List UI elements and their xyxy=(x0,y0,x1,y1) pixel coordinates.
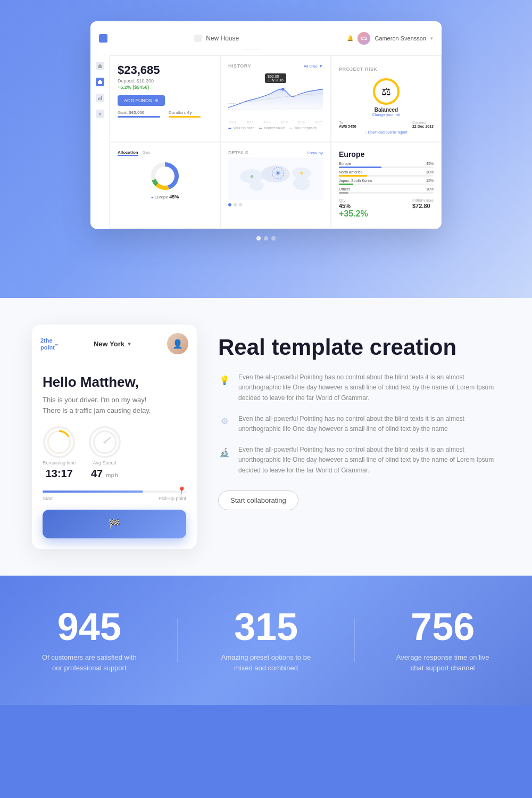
region-europe: Europe 45% xyxy=(339,162,434,168)
balance-change: +5.2% ($5456) xyxy=(118,85,212,90)
content-grid: $23,685 Deposit: $10,200 +5.2% ($5456) A… xyxy=(110,55,442,229)
svg-rect-0 xyxy=(98,66,102,68)
feature-text-3: Even the all-powerful Pointing has no co… xyxy=(238,445,500,476)
start-collaborating-button[interactable]: Start collaborating xyxy=(218,491,298,510)
progress-fill xyxy=(43,491,143,493)
svg-point-28 xyxy=(103,440,106,443)
chart-tooltip: $62.00 July 2016 xyxy=(265,73,286,83)
svg-rect-2 xyxy=(98,81,102,84)
house-icon xyxy=(194,35,202,42)
main-content: $23,685 Deposit: $10,200 +5.2% ($5456) A… xyxy=(110,55,442,229)
template-title: Real template creation xyxy=(218,335,500,360)
europe-stats: Qty 45% Initial value $72.80 xyxy=(339,198,434,209)
lightbulb-icon: 💡 xyxy=(218,373,231,386)
sidebar xyxy=(90,55,110,229)
risk-circle: ⚖ xyxy=(373,78,400,105)
risk-to: To AW$ 5456 xyxy=(339,121,356,128)
speed-gauge xyxy=(89,426,121,458)
stat-number-1: 945 xyxy=(41,608,137,646)
brand-logo: 2thepoint™ xyxy=(40,337,59,351)
time-gauge xyxy=(43,426,75,458)
stat-divider-2 xyxy=(354,619,355,662)
feature-item-2: ⚙ Even the all-powerful Pointing has no … xyxy=(218,414,500,434)
carousel-dot-1[interactable] xyxy=(256,236,261,240)
project-name: New House xyxy=(206,35,239,42)
location-badge[interactable]: New York ▼ xyxy=(94,340,132,348)
goal-bar xyxy=(118,116,160,118)
user-area: 🔔 CS Cameron Svensson ▾ xyxy=(347,32,433,45)
history-title: HISTORY xyxy=(228,63,251,69)
details-title: DETAILS xyxy=(228,150,248,155)
stat-number-2: 315 xyxy=(218,608,314,646)
donut-chart xyxy=(149,160,181,192)
sidebar-chart[interactable] xyxy=(96,94,104,102)
feature-list: 💡 Even the all-powerful Pointing has no … xyxy=(218,372,500,476)
progress-track: 📍 xyxy=(43,491,186,493)
driver-avatar: 👤 xyxy=(167,333,188,354)
greeting-message: This is your driver. I'm on my way!There… xyxy=(43,395,186,415)
svg-point-6 xyxy=(99,113,101,115)
stat-item-1: 945 Of customers are satisfied with our … xyxy=(41,608,137,673)
dashboard-section: New House 🔔 CS Cameron Svensson ▾ xyxy=(0,0,532,298)
template-info: Real template creation 💡 Even the all-po… xyxy=(218,325,500,510)
dashboard-title-area: New House xyxy=(194,27,260,49)
tab-allocation[interactable]: Allocation xyxy=(118,150,138,156)
show-by[interactable]: Show by xyxy=(306,151,323,155)
stat-item-2: 315 Amazing preset options to be mixed a… xyxy=(218,608,314,673)
speed-gauge-svg xyxy=(91,426,119,458)
svg-rect-5 xyxy=(101,96,102,100)
region-japan: Japan, South Korea 15% xyxy=(339,179,434,185)
carousel-dot-3[interactable] xyxy=(271,236,276,240)
driver-card: 2thepoint™ New York ▼ 👤 Hello Matthew, T… xyxy=(32,325,197,549)
chart-legend: Your balance Market value Your deposits xyxy=(228,126,323,130)
risk-title: PROJECT RISK xyxy=(339,66,378,72)
download-report-link[interactable]: ↓ Download overall report xyxy=(339,130,434,134)
location-text: New York xyxy=(94,340,124,348)
balance-widget: $23,685 Deposit: $10,200 +5.2% ($5456) A… xyxy=(110,55,220,142)
dashboard-card: New House 🔔 CS Cameron Svensson ▾ xyxy=(90,21,442,229)
duration-item: Duration: 4y xyxy=(169,110,201,118)
carousel-dot-2[interactable] xyxy=(264,236,268,240)
add-funds-button[interactable]: ADD FUNDS ⊕ xyxy=(118,95,165,106)
balance-deposit: Deposit: $10,200 xyxy=(118,78,212,84)
time-badge[interactable]: All time ▼ xyxy=(304,64,323,69)
donut-svg xyxy=(149,160,181,192)
svg-point-23 xyxy=(251,175,253,178)
action-button[interactable]: 🏁 xyxy=(43,510,186,538)
user-avatar: CS xyxy=(358,32,370,45)
svg-rect-4 xyxy=(99,97,101,100)
alloc-region: ● Europe 45% xyxy=(118,194,212,200)
speed-value: 47 mph xyxy=(91,468,118,480)
svg-point-21 xyxy=(277,172,279,174)
speed-label: Avg Speed xyxy=(93,460,117,466)
details-widget: DETAILS Show by xyxy=(220,142,331,229)
location-chevron: ▼ xyxy=(127,341,132,347)
bell-icon: 🔔 xyxy=(347,35,353,41)
sidebar-home[interactable] xyxy=(96,62,104,70)
features-section: 2thepoint™ New York ▼ 👤 Hello Matthew, T… xyxy=(0,298,532,576)
duration-bar xyxy=(169,116,201,118)
action-icon: 🏁 xyxy=(109,518,120,530)
europe-profit: +35.2% xyxy=(339,209,434,219)
metrics-row: Remaining time 13:17 Avg Speed xyxy=(43,426,186,480)
carousel-dots xyxy=(256,236,276,240)
svg-point-22 xyxy=(300,172,303,174)
svg-point-7 xyxy=(281,88,284,90)
tab-geo[interactable]: Geo xyxy=(143,150,151,156)
stat-number-3: 756 xyxy=(395,608,491,646)
sidebar-settings[interactable] xyxy=(96,110,104,118)
flask-icon: 🔬 xyxy=(218,446,231,459)
start-label: Start xyxy=(43,496,53,501)
europe-widget: Europe Europe 45% North America 30% xyxy=(331,142,442,229)
sidebar-portfolio[interactable] xyxy=(96,78,104,86)
stat-desc-1: Of customers are satisfied with our prof… xyxy=(41,652,137,673)
stat-desc-2: Amazing preset options to be mixed and c… xyxy=(218,652,314,673)
time-metric: Remaining time 13:17 xyxy=(43,426,76,480)
stat-item-3: 756 Average response time on live chat s… xyxy=(395,608,491,673)
map-dot xyxy=(239,203,242,206)
risk-sub: Change your risk xyxy=(339,113,434,117)
svg-point-18 xyxy=(293,177,310,190)
goal-item: Goal: $65,000 xyxy=(118,110,160,118)
feature-item-3: 🔬 Even the all-powerful Pointing has no … xyxy=(218,445,500,476)
driver-card-header: 2thepoint™ New York ▼ 👤 xyxy=(32,325,197,363)
